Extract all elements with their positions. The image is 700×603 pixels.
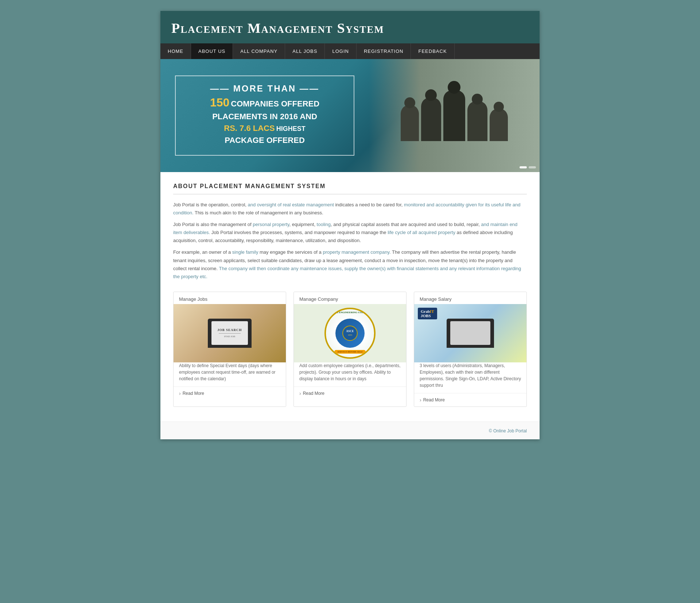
jobs-read-more[interactable]: › Read More xyxy=(179,390,280,396)
college-logo: ASSAM ENGINEERING COLLEGE ASCE 1955 SERV… xyxy=(324,308,376,359)
jobs-read-more-label: Read More xyxy=(183,391,204,396)
nav-login[interactable]: LOGIN xyxy=(325,43,356,59)
card-company-body: Add custom employee categories (i.e., de… xyxy=(294,362,406,386)
jobs-img-bg: JOB SEARCH FIND JOB xyxy=(174,304,286,362)
salary-laptop xyxy=(447,319,494,348)
link-company-coord: The company will then coordinate any mai… xyxy=(173,266,521,279)
card-manage-company: Manage Company ASSAM ENGINEERING COLLEGE… xyxy=(293,292,407,407)
nav-home[interactable]: HOME xyxy=(160,43,191,59)
svg-text:1955: 1955 xyxy=(348,334,352,336)
nav-feedback[interactable]: FEEDBACK xyxy=(411,43,454,59)
cards-row: Manage Jobs JOB SEARCH FIND JOB xyxy=(173,292,527,407)
nav-all-jobs[interactable]: ALL JOBS xyxy=(285,43,325,59)
link-maintain: and maintain end item deliverables. xyxy=(173,222,517,235)
card-salary-title: Manage Salary xyxy=(414,292,526,304)
salary-chevron-icon: › xyxy=(420,397,421,403)
card-jobs-title: Manage Jobs xyxy=(174,292,286,304)
link-monitored: monitored and accountability given for i… xyxy=(173,202,521,215)
about-divider xyxy=(173,194,527,194)
hero-package-row: RS. 7.6 LACS HIGHEST xyxy=(187,124,343,133)
hero-left: MORE THAN 150 COMPANIES OFFERED PLACEMEN… xyxy=(160,65,369,167)
card-jobs-image: JOB SEARCH FIND JOB xyxy=(174,304,286,362)
head3 xyxy=(448,81,460,94)
card-company-footer: › Read More xyxy=(294,386,406,400)
grab-badge: GrabITJOBS xyxy=(418,308,437,319)
hero-highest: HIGHEST xyxy=(276,125,306,132)
person2 xyxy=(421,97,441,141)
link-lifecycle: life cycle of all acquired property xyxy=(388,230,455,235)
card-salary-image: GrabITJOBS xyxy=(414,304,526,362)
college-emblem-svg: ASCE 1955 xyxy=(341,324,359,342)
hero-line1: MORE THAN xyxy=(187,83,343,94)
card-jobs-body: Ability to define Special Event days (da… xyxy=(174,362,286,386)
person5 xyxy=(490,108,508,141)
site-header: Placement Management System xyxy=(160,11,540,43)
company-img-bg: ASSAM ENGINEERING COLLEGE ASCE 1955 SERV… xyxy=(294,304,406,362)
head1 xyxy=(404,97,415,108)
hero-dot-1[interactable] xyxy=(520,166,527,168)
hero-highlight-row: 150 COMPANIES OFFERED xyxy=(187,96,343,110)
link-single-family: single family xyxy=(232,249,258,255)
person4 xyxy=(467,101,487,141)
college-inner: ASCE 1955 xyxy=(335,319,365,348)
hero-people xyxy=(393,83,515,148)
hero-dot-2[interactable] xyxy=(529,166,536,168)
card-company-title: Manage Company xyxy=(294,292,406,304)
jobs-chevron-icon: › xyxy=(179,390,181,396)
inner-wrapper: Placement Management System HOME ABOUT U… xyxy=(160,11,540,439)
about-para2: Job Portal is also the management of per… xyxy=(173,221,527,245)
head5 xyxy=(494,102,504,112)
salary-read-more[interactable]: › Read More xyxy=(420,397,521,403)
hero-companies: COMPANIES OFFERED xyxy=(231,99,319,108)
card-salary-footer: › Read More xyxy=(414,393,526,406)
nav-all-company[interactable]: ALL COMPANY xyxy=(233,43,285,59)
grab-highlight: IT xyxy=(430,309,434,314)
head4 xyxy=(472,94,483,105)
nav-bar: HOME ABOUT US ALL COMPANY ALL JOBS LOGIN… xyxy=(160,43,540,59)
link-personal-property: personal property xyxy=(253,222,289,227)
card-manage-jobs: Manage Jobs JOB SEARCH FIND JOB xyxy=(173,292,286,407)
svg-text:ASCE: ASCE xyxy=(346,330,354,333)
link-property-mgmt: property management company. xyxy=(323,249,390,255)
site-footer: © Online Job Portal xyxy=(160,421,540,439)
nav-registration[interactable]: REGISTRATION xyxy=(357,43,411,59)
card-manage-salary: Manage Salary GrabITJOBS 3 levels of use… xyxy=(414,292,527,407)
hero-package-offered: PACKAGE OFFERED xyxy=(187,135,343,146)
main-content: ABOUT PLACEMENT MANAGEMENT SYSTEM Job Po… xyxy=(160,172,540,421)
site-title: Placement Management System xyxy=(171,20,529,36)
page-outer-wrapper: Placement Management System HOME ABOUT U… xyxy=(0,0,700,603)
laptop-screen: JOB SEARCH FIND JOB xyxy=(211,321,248,345)
person3 xyxy=(443,90,465,141)
company-read-more[interactable]: › Read More xyxy=(299,390,401,396)
about-para1: Job Portal is the operation, control, an… xyxy=(173,201,527,217)
company-read-more-label: Read More xyxy=(303,391,324,396)
find-job-label: FIND JOB xyxy=(224,335,236,338)
hero-right xyxy=(369,59,540,172)
salary-img-bg: GrabITJOBS xyxy=(414,304,526,362)
college-motto: SERVICE BEFORE SELF xyxy=(334,350,365,354)
hero-package-amount: RS. 7.6 LACS xyxy=(224,124,275,133)
footer-copyright: © Online Job Portal xyxy=(489,428,527,433)
link-real-estate: and oversight of real estate management xyxy=(248,202,334,207)
hero-number: 150 xyxy=(210,96,229,109)
about-para3: For example, an owner of a single family… xyxy=(173,248,527,280)
company-chevron-icon: › xyxy=(299,390,301,396)
link-tooling: tooling xyxy=(317,222,331,227)
hero-box: MORE THAN 150 COMPANIES OFFERED PLACEMEN… xyxy=(175,75,354,156)
laptop-container: JOB SEARCH FIND JOB xyxy=(208,319,252,348)
hero-placements: PLACEMENTS IN 2016 AND xyxy=(187,111,343,122)
search-line xyxy=(219,333,241,334)
laptop: JOB SEARCH FIND JOB xyxy=(208,319,252,348)
hero-banner: MORE THAN 150 COMPANIES OFFERED PLACEMEN… xyxy=(160,59,540,172)
nav-about-us[interactable]: ABOUT US xyxy=(191,43,233,59)
card-salary-body: 3 levels of users (Administrators, Manag… xyxy=(414,362,526,393)
card-company-image: ASSAM ENGINEERING COLLEGE ASCE 1955 SERV… xyxy=(294,304,406,362)
salary-screen xyxy=(450,321,490,345)
salary-read-more-label: Read More xyxy=(423,397,445,402)
head2 xyxy=(425,89,437,101)
card-jobs-footer: › Read More xyxy=(174,386,286,400)
person1 xyxy=(401,105,419,141)
job-search-label: JOB SEARCH xyxy=(217,328,242,332)
hero-dots xyxy=(520,166,536,168)
about-section-title: ABOUT PLACEMENT MANAGEMENT SYSTEM xyxy=(173,183,527,190)
